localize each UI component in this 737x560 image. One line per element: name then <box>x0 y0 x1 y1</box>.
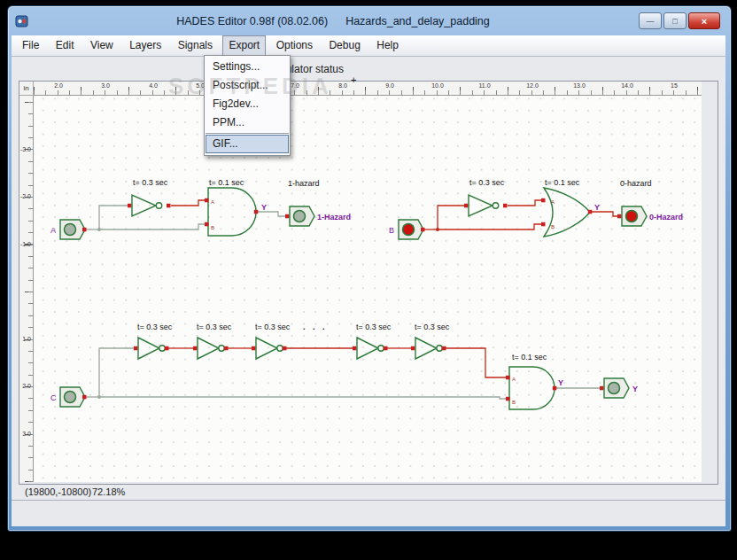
inverter-gate[interactable] <box>252 338 287 359</box>
close-icon: × <box>702 16 707 27</box>
pin-label-b: B <box>512 400 516 405</box>
ruler-label: 9.0 <box>383 82 397 89</box>
input-switch-b[interactable] <box>399 220 425 239</box>
signal-name-y: Y <box>632 385 638 393</box>
ruler-label: 1.0 <box>19 336 31 342</box>
maximize-icon: □ <box>672 17 677 26</box>
hazard1-title: 1-hazard <box>288 179 320 188</box>
inverter-gate[interactable] <box>128 195 171 216</box>
pin-label-a: A <box>512 377 516 382</box>
signal-label-b: B <box>389 226 394 235</box>
input-switch-c[interactable] <box>60 387 87 407</box>
delay-label: t= 0.3 sec <box>197 323 232 331</box>
input-switch-a[interactable] <box>60 220 87 239</box>
ruler-label: 4.0 <box>146 82 160 89</box>
menu-options[interactable]: Options <box>270 35 319 56</box>
signal-label-c: C <box>50 393 57 402</box>
ruler-left: -3.0 -2.0 -1.0 1.0 2.0 3.0 <box>19 96 34 482</box>
ruler-label: 15 <box>667 82 681 89</box>
pin-label-a: A <box>211 199 214 205</box>
ruler-label: 12.0 <box>525 82 539 89</box>
signal-label-a: A <box>50 226 56 235</box>
delay-label: t= 0.1 sec <box>209 178 244 187</box>
inverter-gate[interactable] <box>193 338 229 359</box>
hazard0-title: 0-hazard <box>620 179 652 188</box>
delay-label: t= 0.3 sec <box>255 323 291 331</box>
ruler-label: -1.0 <box>19 241 31 247</box>
delay-label: t= 0.3 sec <box>469 178 505 187</box>
window-title-doc: Hazards_and_delay_padding <box>345 15 490 27</box>
inverter-gate[interactable] <box>464 195 508 216</box>
ruler-label: 3.0 <box>98 82 112 89</box>
menu-item-fig2dev[interactable]: Fig2dev... <box>206 95 289 113</box>
signal-name-1hazard: 1-Hazard <box>317 213 351 222</box>
inverter-gate[interactable] <box>353 338 388 359</box>
and-gate[interactable]: A B <box>506 367 556 409</box>
wires-1hazard <box>86 200 288 231</box>
ruler-label: 10.0 <box>431 82 445 89</box>
menu-export[interactable]: Export <box>222 35 266 56</box>
delay-label: t= 0.3 sec <box>137 323 173 331</box>
output-1hazard[interactable] <box>285 206 314 226</box>
ellipsis-label: . . . <box>303 323 328 331</box>
minimize-icon: — <box>647 17 655 26</box>
menubar: File Edit View Layers Signals Export Opt… <box>12 35 725 57</box>
menu-debug[interactable]: Debug <box>322 35 366 56</box>
ruler-label: 8.0 <box>336 82 350 89</box>
menu-edit[interactable]: Edit <box>50 35 81 56</box>
pin-label-b: B <box>551 224 555 229</box>
ruler-label: -2.0 <box>19 193 31 199</box>
circuit-svg[interactable]: A t= 0.3 sec t= 0.1 sec A B Y 1-hazard 1… <box>34 96 702 482</box>
close-button[interactable]: × <box>688 12 720 29</box>
menu-view[interactable]: View <box>84 35 120 56</box>
menu-signals[interactable]: Signals <box>172 35 219 56</box>
signal-label-y: Y <box>594 203 600 212</box>
signal-label-y: Y <box>558 378 563 387</box>
ruler-label: 3.0 <box>19 431 31 437</box>
export-menu: Settings... Postscript... Fig2dev... PPM… <box>204 55 291 156</box>
or-gate[interactable]: A B <box>541 188 592 237</box>
cursor-coordinates: (19800,-10800) <box>25 486 91 497</box>
ruler-label: -3.0 <box>19 146 31 152</box>
menu-file[interactable]: File <box>16 35 45 56</box>
simulation-control-bar <box>12 500 725 526</box>
pin-label-a: A <box>551 199 555 205</box>
inverter-gate[interactable] <box>411 338 446 359</box>
window-title-app: HADES Editor 0.98f (08.02.06) <box>176 15 328 27</box>
delay-label: t= 0.3 sec <box>415 323 450 331</box>
maximize-button[interactable]: □ <box>663 12 687 29</box>
ruler-label: 11.0 <box>477 82 492 89</box>
signal-label-y: Y <box>261 203 267 212</box>
ruler-top: 2.0 3.0 4.0 5.0 6.0 7.0 8.0 9.0 10.0 11.… <box>34 82 702 96</box>
delay-label: t= 0.1 sec <box>545 178 580 187</box>
pin-label-b: B <box>211 225 214 230</box>
delay-label: t= 0.3 sec <box>133 178 168 187</box>
ruler-label: 2.0 <box>19 383 31 389</box>
ruler-label: 2.0 <box>51 82 66 89</box>
window-icon <box>15 14 29 28</box>
menu-item-gif[interactable]: GIF... <box>206 135 289 153</box>
window-title: HADES Editor 0.98f (08.02.06)Hazards_and… <box>29 15 637 27</box>
menu-separator <box>206 133 289 134</box>
and-gate[interactable]: A B <box>205 188 258 236</box>
delay-label: t= 0.3 sec <box>356 323 392 331</box>
menu-item-postscript[interactable]: Postscript... <box>206 76 289 95</box>
menu-item-ppm[interactable]: PPM... <box>206 113 289 132</box>
zoom-level: 72.18% <box>92 486 125 497</box>
ruler-label: 13.0 <box>572 82 586 89</box>
delay-label: t= 0.1 sec <box>512 353 547 362</box>
ruler-unit: in <box>19 82 34 96</box>
crosshair-mark: + <box>351 74 356 85</box>
signal-name-0hazard: 0-Hazard <box>649 213 683 222</box>
menu-item-settings[interactable]: Settings... <box>206 58 289 76</box>
titlebar[interactable]: HADES Editor 0.98f (08.02.06)Hazards_and… <box>8 6 729 35</box>
menu-help[interactable]: Help <box>370 35 405 56</box>
toolbar <box>12 57 725 82</box>
menu-layers[interactable]: Layers <box>123 35 167 56</box>
output-y[interactable] <box>600 378 629 398</box>
inverter-gate[interactable] <box>134 338 169 359</box>
ruler-label: 14.0 <box>620 82 634 89</box>
output-0hazard[interactable] <box>617 206 647 226</box>
wires-0hazard <box>424 200 620 231</box>
minimize-button[interactable]: — <box>639 12 662 29</box>
